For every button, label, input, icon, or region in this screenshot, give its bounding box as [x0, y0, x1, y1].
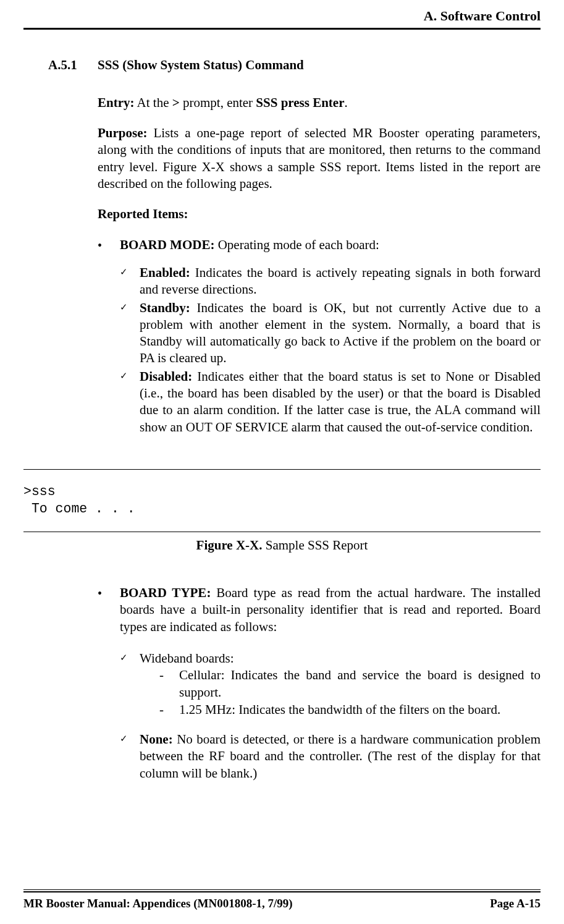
wideband-label: Wideband boards:: [140, 651, 234, 666]
disabled-item: ✓ Disabled: Indicates either that the bo…: [120, 368, 541, 436]
terminal-output: >sss To come . . .: [23, 483, 541, 518]
purpose-label: Purpose:: [98, 125, 148, 140]
entry-prompt: >: [172, 95, 180, 110]
figure-rule-bottom: [23, 532, 541, 532]
standby-item: ✓ Standby: Indicates the board is OK, bu…: [120, 300, 541, 367]
entry-label: Entry:: [98, 95, 135, 110]
board-type-bullet: • BOARD TYPE: Board type as read from th…: [98, 585, 541, 635]
entry-mid: prompt, enter: [180, 95, 256, 110]
figure-rule-top: [23, 469, 541, 470]
dash-icon: -: [159, 667, 179, 684]
section-number: A.5.1: [48, 57, 98, 74]
board-mode-bullet: • BOARD MODE: Operating mode of each boa…: [98, 237, 541, 260]
check-icon: ✓: [120, 731, 140, 744]
mhz-text: 1.25 MHz: Indicates the bandwidth of the…: [179, 701, 541, 718]
board-mode-text: Operating mode of each board:: [214, 237, 379, 252]
enabled-label: Enabled:: [140, 265, 190, 280]
section-title: SSS (Show System Status) Command: [98, 57, 304, 74]
footer-left: MR Booster Manual: Appendices (MN001808-…: [23, 896, 293, 912]
reported-items-heading: Reported Items:: [98, 206, 541, 223]
purpose-paragraph: Purpose: Lists a one-page report of sele…: [98, 125, 541, 192]
none-text: No board is detected, or there is a hard…: [140, 732, 541, 781]
section-heading: A.5.1 SSS (Show System Status) Command: [48, 57, 541, 74]
cellular-text: Cellular: Indicates the band and service…: [179, 667, 541, 701]
mhz-item: - 1.25 MHz: Indicates the bandwidth of t…: [159, 701, 541, 718]
bullet-icon: •: [98, 237, 120, 253]
figure-caption-rest: Sample SSS Report: [263, 538, 368, 553]
board-mode-content: BOARD MODE: Operating mode of each board…: [120, 237, 541, 260]
entry-paragraph: Entry: At the > prompt, enter SSS press …: [98, 95, 541, 111]
check-icon: ✓: [120, 265, 140, 277]
figure-caption: Figure X-X. Sample SSS Report: [23, 537, 541, 554]
enabled-item: ✓ Enabled: Indicates the board is active…: [120, 265, 541, 299]
page-header: A. Software Control: [23, 0, 541, 30]
dash-icon: -: [159, 701, 179, 718]
disabled-text: Indicates either that the board status i…: [140, 369, 541, 434]
bullet-icon: •: [98, 585, 120, 601]
footer-right: Page A-15: [490, 896, 541, 912]
disabled-label: Disabled:: [140, 369, 192, 384]
check-icon: ✓: [120, 368, 140, 381]
board-mode-label: BOARD MODE:: [120, 237, 214, 252]
board-type-label: BOARD TYPE:: [120, 585, 211, 600]
none-label: None:: [140, 732, 173, 747]
standby-text: Indicates the board is OK, but not curre…: [140, 300, 541, 366]
entry-pre: At the: [135, 95, 172, 110]
page-footer: MR Booster Manual: Appendices (MN001808-…: [23, 889, 541, 912]
check-icon: ✓: [120, 650, 140, 663]
figure-caption-bold: Figure X-X.: [196, 538, 263, 553]
enabled-text: Indicates the board is actively repeatin…: [140, 265, 541, 297]
purpose-text: Lists a one-page report of selected MR B…: [98, 125, 541, 191]
entry-post: .: [345, 95, 348, 110]
entry-cmd: SSS press Enter: [256, 95, 344, 110]
header-title: A. Software Control: [424, 8, 541, 23]
wideband-item: ✓ Wideband boards: - Cellular: Indicates…: [120, 650, 541, 719]
check-icon: ✓: [120, 300, 140, 312]
none-item: ✓ None: No board is detected, or there i…: [120, 731, 541, 782]
figure-block: >sss To come . . . Figure X-X. Sample SS…: [23, 469, 541, 554]
reported-items-label: Reported Items:: [98, 206, 188, 221]
cellular-item: - Cellular: Indicates the band and servi…: [159, 667, 541, 701]
standby-label: Standby:: [140, 300, 190, 315]
